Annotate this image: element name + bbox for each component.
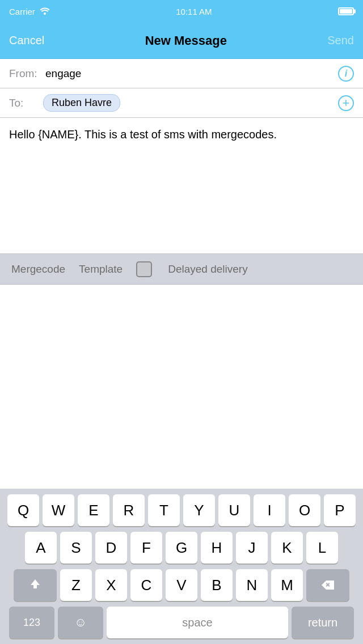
to-row: To: Ruben Havre +	[0, 88, 363, 118]
svg-point-0	[44, 12, 46, 15]
send-button[interactable]: Send	[327, 34, 354, 47]
space-label: space	[182, 616, 212, 629]
key-a[interactable]: A	[25, 532, 57, 564]
key-z[interactable]: Z	[60, 569, 92, 601]
key-o[interactable]: O	[289, 494, 320, 526]
return-label: return	[308, 616, 337, 629]
message-text: Hello {NAME}. This is a test of sms with…	[9, 128, 277, 141]
key-v[interactable]: V	[166, 569, 197, 601]
key-m[interactable]: M	[271, 569, 303, 601]
recipient-pill[interactable]: Ruben Havre	[43, 94, 120, 112]
delayed-checkbox[interactable]	[136, 261, 152, 277]
key-q[interactable]: Q	[7, 494, 39, 526]
key-g[interactable]: G	[166, 532, 197, 564]
key-j[interactable]: J	[236, 532, 268, 564]
key-w[interactable]: W	[43, 494, 74, 526]
emoji-key[interactable]: ☺	[58, 607, 103, 638]
key-f[interactable]: F	[130, 532, 162, 564]
keyboard-row-2: A S D F G H J K L	[2, 532, 361, 564]
keyboard-bottom-row: 123 ☺ space return	[2, 607, 361, 638]
numbers-key[interactable]: 123	[9, 607, 54, 638]
status-time: 10:11 AM	[176, 7, 212, 16]
nav-bar: Cancel New Message Send	[0, 23, 363, 59]
message-body[interactable]: Hello {NAME}. This is a test of sms with…	[0, 118, 363, 254]
key-n[interactable]: N	[236, 569, 268, 601]
keyboard: Q W E R T Y U I O P A S D F G H J K L Z …	[0, 489, 363, 644]
svg-marker-1	[31, 579, 40, 588]
cancel-button[interactable]: Cancel	[9, 34, 44, 47]
space-key[interactable]: space	[107, 607, 288, 638]
battery-icon	[338, 7, 354, 15]
key-b[interactable]: B	[201, 569, 233, 601]
page-title: New Message	[145, 33, 227, 48]
numbers-label: 123	[23, 617, 40, 629]
return-key[interactable]: return	[292, 607, 354, 638]
key-l[interactable]: L	[306, 532, 338, 564]
carrier-label: Carrier	[9, 7, 35, 16]
key-d[interactable]: D	[95, 532, 127, 564]
toolbar: Mergecode Template Delayed delivery	[0, 254, 363, 285]
shift-key[interactable]	[14, 569, 57, 601]
keyboard-row-3: Z X C V B N M	[2, 569, 361, 601]
from-label: From:	[9, 67, 43, 80]
status-bar: Carrier 10:11 AM	[0, 0, 363, 23]
template-button[interactable]: Template	[79, 263, 123, 276]
form-area: From: engage i To: Ruben Havre +	[0, 59, 363, 118]
battery-area	[338, 7, 354, 15]
keyboard-row-1: Q W E R T Y U I O P	[2, 494, 361, 526]
key-s[interactable]: S	[60, 532, 92, 564]
from-row: From: engage i	[0, 59, 363, 88]
to-label: To:	[9, 97, 43, 109]
mergecode-button[interactable]: Mergecode	[11, 263, 65, 276]
emoji-icon: ☺	[74, 615, 87, 630]
key-y[interactable]: Y	[183, 494, 215, 526]
key-i[interactable]: I	[254, 494, 285, 526]
wifi-icon	[40, 7, 50, 16]
key-r[interactable]: R	[113, 494, 145, 526]
add-recipient-button[interactable]: +	[338, 95, 354, 111]
key-c[interactable]: C	[130, 569, 162, 601]
key-k[interactable]: K	[271, 532, 303, 564]
shift-icon	[29, 578, 41, 592]
delayed-label: Delayed delivery	[168, 263, 247, 276]
key-u[interactable]: U	[218, 494, 250, 526]
from-value: engage	[43, 67, 338, 80]
key-t[interactable]: T	[148, 494, 180, 526]
key-x[interactable]: X	[95, 569, 127, 601]
key-e[interactable]: E	[78, 494, 109, 526]
key-p[interactable]: P	[324, 494, 356, 526]
info-icon[interactable]: i	[338, 66, 354, 82]
carrier-wifi: Carrier	[9, 7, 50, 16]
key-h[interactable]: H	[201, 532, 233, 564]
delete-key[interactable]	[306, 569, 349, 601]
